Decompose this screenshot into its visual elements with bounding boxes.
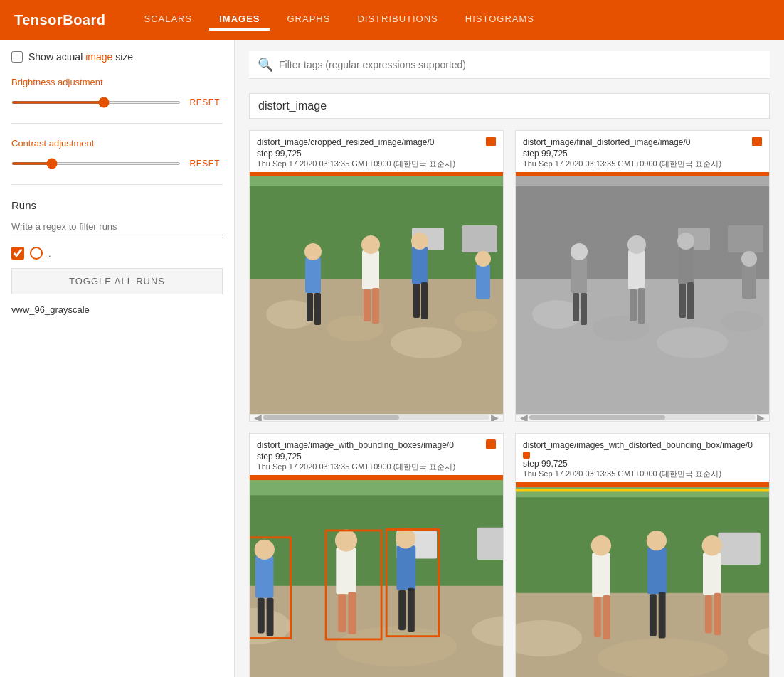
svg-rect-61 bbox=[258, 597, 265, 633]
svg-point-23 bbox=[475, 251, 491, 267]
run-checkbox[interactable] bbox=[11, 247, 24, 260]
svg-rect-18 bbox=[412, 247, 428, 284]
search-input[interactable] bbox=[279, 59, 761, 70]
svg-rect-37 bbox=[573, 293, 579, 321]
svg-rect-85 bbox=[594, 597, 601, 637]
svg-rect-22 bbox=[476, 265, 490, 299]
svg-rect-57 bbox=[477, 527, 503, 559]
card-4-image bbox=[516, 482, 769, 677]
card-3-date: Thu Sep 17 2020 03:13:35 GMT+0900 (대한민국 … bbox=[257, 462, 455, 472]
card-3-info: distort_image/image_with_bounding_boxes/… bbox=[257, 439, 455, 472]
svg-rect-42 bbox=[638, 288, 645, 324]
card-2-header: distort_image/final_distorted_image/imag… bbox=[516, 131, 769, 172]
card-3-badge bbox=[486, 439, 496, 449]
card-2-title: distort_image/final_distorted_image/imag… bbox=[523, 137, 721, 149]
svg-rect-41 bbox=[630, 289, 637, 321]
card-2-badge bbox=[752, 137, 762, 146]
toggle-all-button[interactable]: TOGGLE ALL RUNS bbox=[11, 268, 223, 294]
search-icon: 🔍 bbox=[258, 57, 273, 73]
svg-point-92 bbox=[702, 535, 722, 555]
svg-rect-38 bbox=[581, 293, 587, 325]
card-1-date: Thu Sep 17 2020 03:13:35 GMT+0900 (대한민국 … bbox=[257, 159, 455, 169]
regex-input[interactable] bbox=[11, 218, 223, 235]
contrast-slider[interactable] bbox=[11, 162, 181, 165]
svg-rect-13 bbox=[314, 293, 321, 325]
run-radio bbox=[30, 247, 43, 260]
nav-histograms[interactable]: HISTOGRAMS bbox=[455, 9, 544, 31]
card-1: distort_image/cropped_resized_image/imag… bbox=[249, 130, 504, 422]
run-item: . bbox=[11, 247, 223, 260]
svg-rect-90 bbox=[659, 592, 666, 638]
svg-rect-91 bbox=[703, 553, 721, 595]
scrollbar-thumb-1 bbox=[263, 415, 399, 420]
svg-rect-66 bbox=[348, 592, 356, 634]
svg-rect-43 bbox=[678, 247, 694, 284]
nav-graphs[interactable]: GRAPHS bbox=[277, 9, 340, 31]
scrollbar-track-2 bbox=[529, 415, 756, 420]
svg-rect-8 bbox=[462, 225, 497, 252]
brightness-slider[interactable] bbox=[11, 101, 181, 104]
card-4-info: distort_image/images_with_distorted_boun… bbox=[523, 439, 753, 479]
show-size-highlight: image bbox=[85, 51, 112, 63]
svg-rect-24 bbox=[250, 172, 503, 176]
layout: Show actual image size Brightness adjust… bbox=[0, 40, 784, 677]
svg-rect-86 bbox=[603, 595, 610, 639]
card-2-step: step 99,725 bbox=[523, 149, 721, 159]
svg-rect-51 bbox=[250, 495, 503, 586]
svg-point-40 bbox=[627, 235, 646, 254]
show-size-label: Show actual image size bbox=[28, 51, 133, 63]
svg-rect-33 bbox=[728, 225, 763, 252]
card-1-scrollbar: ◀ ▶ bbox=[250, 414, 503, 421]
svg-rect-17 bbox=[372, 288, 379, 324]
contrast-row: RESET bbox=[11, 157, 223, 170]
nav-scalars[interactable]: SCALARS bbox=[134, 9, 202, 31]
svg-rect-63 bbox=[336, 548, 356, 594]
svg-point-36 bbox=[571, 243, 588, 260]
svg-point-79 bbox=[597, 638, 728, 677]
svg-point-48 bbox=[741, 251, 757, 267]
nav-distributions[interactable]: DISTRIBUTIONS bbox=[347, 9, 447, 31]
run-dot-text: . bbox=[48, 248, 51, 259]
card-2-image bbox=[516, 172, 769, 414]
svg-point-84 bbox=[591, 535, 611, 555]
contrast-reset[interactable]: RESET bbox=[186, 157, 223, 170]
svg-point-15 bbox=[361, 235, 380, 254]
run-name: vww_96_grayscale bbox=[11, 304, 223, 315]
card-2-info: distort_image/final_distorted_image/imag… bbox=[523, 137, 721, 169]
svg-rect-89 bbox=[650, 594, 657, 636]
svg-rect-20 bbox=[413, 284, 420, 318]
brightness-reset[interactable]: RESET bbox=[186, 96, 223, 109]
card-1-image bbox=[250, 172, 503, 414]
card-3-title: distort_image/image_with_bounding_boxes/… bbox=[257, 439, 455, 452]
svg-rect-65 bbox=[338, 594, 346, 632]
svg-rect-94 bbox=[714, 592, 721, 635]
svg-rect-49 bbox=[516, 172, 769, 176]
card-2-date: Thu Sep 17 2020 03:13:35 GMT+0900 (대한민국 … bbox=[523, 159, 721, 169]
show-size-row: Show actual image size bbox=[11, 51, 223, 63]
svg-point-88 bbox=[647, 531, 667, 550]
scrollbar-track-1 bbox=[263, 415, 489, 420]
card-4: distort_image/images_with_distorted_boun… bbox=[515, 433, 770, 677]
divider-1 bbox=[11, 123, 223, 124]
show-size-checkbox[interactable] bbox=[11, 51, 23, 63]
svg-rect-70 bbox=[408, 587, 415, 631]
section-header: distort_image bbox=[249, 93, 770, 119]
sidebar: Show actual image size Brightness adjust… bbox=[0, 40, 235, 677]
svg-point-19 bbox=[411, 233, 428, 250]
logo: TensorBoard bbox=[14, 12, 105, 28]
search-bar: 🔍 bbox=[249, 51, 770, 79]
svg-rect-62 bbox=[267, 597, 274, 636]
svg-rect-35 bbox=[571, 257, 587, 293]
card-1-badge bbox=[486, 137, 496, 146]
card-1-header: distort_image/cropped_resized_image/imag… bbox=[250, 131, 503, 172]
brightness-label: Brightness adjustment bbox=[11, 77, 223, 87]
svg-rect-46 bbox=[687, 282, 694, 319]
svg-rect-14 bbox=[362, 250, 379, 289]
svg-rect-87 bbox=[647, 548, 667, 594]
svg-rect-59 bbox=[255, 555, 274, 598]
cards-grid: distort_image/cropped_resized_image/imag… bbox=[249, 130, 770, 677]
nav-images[interactable]: IMAGES bbox=[209, 9, 270, 31]
svg-rect-83 bbox=[592, 553, 610, 597]
svg-point-31 bbox=[721, 311, 763, 332]
scrollbar-thumb-2 bbox=[529, 415, 665, 420]
